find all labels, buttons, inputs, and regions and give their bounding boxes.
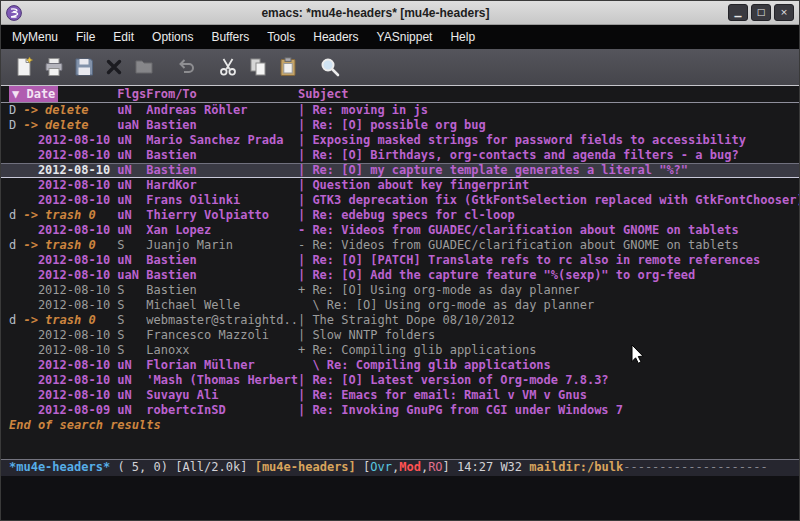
message-row[interactable]: 2012-08-10 uN HardKor | Question about k… [1,178,799,193]
message-row[interactable]: 2012-08-10 uN Mario Sanchez Prada | Expo… [1,133,799,148]
row-from: Bastien [146,253,298,268]
row-from: webmaster@straightd... [146,313,298,328]
column-header-subject[interactable]: Subject [298,86,799,102]
message-row[interactable]: 2012-08-10 S Bastien + Re: [O] Using org… [1,283,799,298]
message-row[interactable]: 2012-08-10 S Francesco Mazzoli | Slow NN… [1,328,799,343]
column-header-flags[interactable]: Flgs [117,86,146,102]
row-date: 2012-08-10 [23,328,117,343]
row-subject: | Re: [O] my capture template generates … [298,163,799,178]
row-mark [9,388,23,403]
menu-bar: MyMenuFileEditOptionsBuffersToolsHeaders… [1,25,799,49]
close-button[interactable]: × [774,4,794,21]
row-subject: | The Straight Dope 08/10/2012 [298,313,799,328]
row-flags: uN [117,223,146,238]
row-mark [9,298,23,313]
row-mark [9,373,23,388]
message-row[interactable]: D -> delete uaN Bastien | Re: [O] possib… [1,118,799,133]
message-row[interactable]: 2012-08-10 S Lanoxx + Re: Compiling glib… [1,343,799,358]
maximize-icon: □ [757,7,766,17]
message-row[interactable]: 2012-08-09 uN robertcInSD | Re: Invoking… [1,403,799,418]
row-flags: uN [117,178,146,193]
row-flags: uN [117,133,146,148]
message-row[interactable]: 2012-08-10 uN 'Mash (Thomas Herbert) | R… [1,373,799,388]
end-of-results: End of search results [1,418,799,433]
message-row[interactable]: d -> trash 0 S webmaster@straightd... | … [1,313,799,328]
maximize-button[interactable]: □ [751,4,771,21]
row-from: Bastien [146,118,298,133]
row-from: Thierry Volpiatto [146,208,298,223]
row-from: Florian Müllner [146,358,298,373]
row-mark [9,148,23,163]
row-mark [9,343,23,358]
row-date: 2012-08-10 [23,283,117,298]
row-mark: D [9,118,23,133]
minimize-button[interactable]: ▁ [728,4,748,21]
modeline-maildir: maildir:/bulk [529,460,623,474]
row-from: robertcInSD [146,403,298,418]
row-subject: | Re: [O] Latest version of Org-mode 7.8… [298,373,799,388]
print-button[interactable] [39,52,69,82]
menu-item-headers[interactable]: Headers [304,30,367,44]
row-flags: S [117,328,146,343]
copy-button[interactable] [243,52,273,82]
row-mark [9,328,23,343]
row-subject: | Re: [O] [PATCH] Translate refs to rc a… [298,253,799,268]
row-date: -> trash 0 [23,208,117,223]
row-mark: D [9,103,23,118]
row-date: -> trash 0 [23,313,117,328]
row-from: Bastien [146,163,298,178]
message-row[interactable]: d -> trash 0 S Juanjo Marin - Re: Videos… [1,238,799,253]
row-mark [9,358,23,373]
save-button[interactable] [69,52,99,82]
mu4e-headers-buffer: ▼ Date Flgs From/To Subject D -> delete … [1,86,799,459]
menu-item-yasnippet[interactable]: YASnippet [368,30,442,44]
menu-item-tools[interactable]: Tools [258,30,304,44]
row-flags: uN [117,373,146,388]
sort-column-date[interactable]: ▼ Date [9,86,58,102]
message-row[interactable]: d -> trash 0 uN Thierry Volpiatto | Re: … [1,208,799,223]
echo-area[interactable] [1,476,799,521]
kill-buffer-button[interactable] [99,52,129,82]
cut-icon [217,56,239,78]
new-file-icon [13,56,35,78]
paste-button[interactable] [273,52,303,82]
message-row[interactable]: 2012-08-10 uN Bastien | Re: [O] my captu… [1,163,799,178]
row-subject: | Slow NNTP folders [298,328,799,343]
row-mark: d [9,313,23,328]
message-row[interactable]: 2012-08-10 uN Frans Oilinki | GTK3 depre… [1,193,799,208]
message-row[interactable]: 2012-08-10 S Michael Welle \ Re: [O] Usi… [1,298,799,313]
row-from: Francesco Mazzoli [146,328,298,343]
message-row[interactable]: 2012-08-10 uaN Bastien | Re: [O] Add the… [1,268,799,283]
folder-button[interactable] [129,52,159,82]
modeline-ro: RO [428,460,442,474]
row-flags: uaN [117,268,146,283]
title-bar[interactable]: emacs: *mu4e-headers* [mu4e-headers] ▁ □… [1,1,799,25]
message-row[interactable]: D -> delete uN Andreas Röhler | Re: movi… [1,103,799,118]
message-row[interactable]: 2012-08-10 uN Florian Müllner \ Re: Comp… [1,358,799,373]
modeline-mod: Mod [399,460,421,474]
undo-button[interactable] [171,52,201,82]
emacs-window: emacs: *mu4e-headers* [mu4e-headers] ▁ □… [0,0,800,521]
row-flags: S [117,343,146,358]
menu-item-file[interactable]: File [67,30,104,44]
new-file-button[interactable] [9,52,39,82]
menu-item-buffers[interactable]: Buffers [202,30,258,44]
menu-item-edit[interactable]: Edit [104,30,143,44]
message-row[interactable]: 2012-08-10 uN Suvayu Ali | Re: Emacs for… [1,388,799,403]
message-row[interactable]: 2012-08-10 uN Xan Lopez - Re: Videos fro… [1,223,799,238]
minimize-icon: ▁ [735,7,742,17]
mode-line[interactable]: *mu4e-headers* ( 5, 0) [All/2.0k] [mu4e-… [1,459,799,476]
menu-item-help[interactable]: Help [441,30,484,44]
row-subject: | Re: Invoking GnuPG from CGI under Wind… [298,403,799,418]
message-row[interactable]: 2012-08-10 uN Bastien | Re: [O] Birthday… [1,148,799,163]
column-header-from[interactable]: From/To [146,86,298,102]
cut-button[interactable] [213,52,243,82]
menu-item-options[interactable]: Options [143,30,202,44]
row-date: 2012-08-10 [23,388,117,403]
modeline-ovr: Ovr [370,460,392,474]
row-flags: S [117,238,146,253]
search-button[interactable] [315,52,345,82]
row-mark [9,133,23,148]
menu-item-mymenu[interactable]: MyMenu [3,30,67,44]
message-row[interactable]: 2012-08-10 uN Bastien | Re: [O] [PATCH] … [1,253,799,268]
